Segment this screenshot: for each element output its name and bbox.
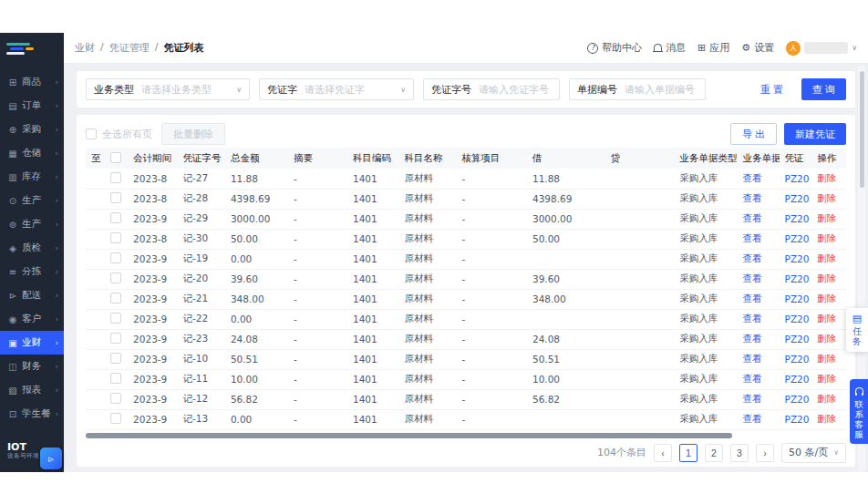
sidebar-item-10[interactable]: ◉客户› [0, 307, 64, 331]
messages-button[interactable]: 消息 [654, 41, 686, 55]
row-checkbox[interactable] [110, 313, 121, 324]
page-button-1[interactable]: 1 [679, 444, 698, 462]
page-button-2[interactable]: 2 [705, 444, 723, 462]
row-checkbox[interactable] [110, 353, 121, 364]
table-cell: 11.88 [225, 169, 288, 189]
delete-link[interactable]: 删除 [817, 232, 836, 243]
sidebar-item-6[interactable]: ⊚生产› [0, 212, 64, 236]
view-doc-link[interactable]: 查看 [742, 413, 761, 424]
batch-delete-button[interactable]: 批量删除 [161, 123, 225, 145]
page-button-3[interactable]: 3 [730, 444, 749, 462]
table-cell: PZ20 [780, 189, 812, 209]
view-doc-link[interactable]: 查看 [742, 212, 761, 223]
export-button[interactable]: 导 出 [730, 123, 777, 145]
view-doc-link[interactable]: 查看 [742, 172, 761, 183]
sidebar-item-13[interactable]: ▧报表› [0, 378, 64, 402]
delete-link[interactable]: 删除 [817, 273, 836, 283]
row-checkbox[interactable] [110, 393, 121, 404]
delete-link[interactable]: 删除 [817, 293, 836, 303]
sidebar-item-0[interactable]: ⊞商品› [0, 70, 64, 94]
delete-link[interactable]: 删除 [817, 313, 836, 324]
sidebar-item-12[interactable]: ◫财务› [0, 355, 64, 378]
sidebar-item-1[interactable]: ▤订单› [0, 94, 64, 118]
delete-link[interactable]: 删除 [817, 333, 836, 344]
vertical-scrollbar-thumb[interactable] [860, 71, 864, 188]
sidebar-item-14[interactable]: ⊡学生餐› [0, 402, 64, 426]
sidebar-item-11[interactable]: ▣业财› [0, 331, 64, 355]
view-doc-link[interactable]: 查看 [742, 252, 761, 263]
horizontal-scrollbar-thumb[interactable] [86, 433, 732, 438]
view-doc-link[interactable]: 查看 [742, 192, 761, 203]
help-center-button[interactable]: ? 帮助中心 [587, 41, 642, 55]
view-doc-link[interactable]: 查看 [742, 393, 761, 404]
delete-link[interactable]: 删除 [817, 373, 836, 384]
row-checkbox[interactable] [110, 273, 121, 283]
view-doc-link[interactable]: 查看 [742, 373, 761, 384]
voucher-link[interactable]: PZ20 [785, 414, 810, 425]
voucher-link[interactable]: PZ20 [785, 213, 810, 224]
view-doc-link[interactable]: 查看 [742, 273, 761, 283]
sidebar-item-9[interactable]: ⊳配送› [0, 283, 64, 307]
row-checkbox[interactable] [110, 252, 121, 263]
voucher-link[interactable]: PZ20 [785, 334, 810, 345]
sidebar-item-7[interactable]: ◈质检› [0, 236, 64, 260]
tasks-floating-button[interactable]: ▤ 任务 [846, 308, 868, 352]
table-cell: 1401 [347, 169, 399, 189]
delete-link[interactable]: 删除 [817, 353, 836, 364]
voucher-link[interactable]: PZ20 [785, 173, 810, 184]
row-checkbox[interactable] [110, 413, 121, 424]
view-doc-link[interactable]: 查看 [742, 333, 761, 344]
view-doc-link[interactable]: 查看 [742, 232, 761, 243]
voucher-link[interactable]: PZ20 [785, 233, 810, 244]
delete-link[interactable]: 删除 [817, 192, 836, 203]
user-menu[interactable]: 人 ∨ [786, 41, 857, 56]
query-button[interactable]: 查 询 [801, 78, 846, 100]
row-checkbox[interactable] [110, 293, 121, 303]
view-doc-link[interactable]: 查看 [742, 293, 761, 303]
delete-link[interactable]: 删除 [817, 252, 836, 263]
sidebar-item-5[interactable]: ⊙生产› [0, 189, 64, 212]
sidebar-item-4[interactable]: ▥库存› [0, 165, 64, 189]
select-all-checkbox[interactable] [110, 152, 121, 163]
row-checkbox[interactable] [110, 172, 121, 183]
contact-service-floating-button[interactable]: 联系客服 [850, 379, 868, 444]
delete-link[interactable]: 删除 [817, 212, 836, 223]
voucher-link[interactable]: PZ20 [785, 354, 810, 365]
sidebar-item-3[interactable]: ▦仓储› [0, 141, 64, 165]
row-checkbox[interactable] [110, 232, 121, 243]
delete-link[interactable]: 删除 [817, 393, 836, 404]
voucher-link[interactable]: PZ20 [785, 374, 810, 385]
new-voucher-button[interactable]: 新建凭证 [784, 123, 846, 145]
sidebar-item-2[interactable]: ⊕采购› [0, 118, 64, 141]
page-size-select[interactable]: 50 条/页 ∨ [781, 443, 846, 463]
view-doc-link[interactable]: 查看 [742, 353, 761, 364]
view-doc-link[interactable]: 查看 [742, 313, 761, 324]
business-type-select[interactable]: 业务类型 请选择业务类型 ∨ [86, 78, 250, 100]
select-all-pages-checkbox[interactable]: 全选所有页 [86, 128, 152, 141]
row-checkbox[interactable] [110, 333, 121, 344]
sidebar-item-8[interactable]: ≡分拣› [0, 260, 64, 283]
row-checkbox[interactable] [110, 373, 121, 384]
table-cell [605, 369, 674, 389]
prev-page-button[interactable]: ‹ [654, 444, 672, 462]
reset-button[interactable]: 重 置 [749, 78, 794, 100]
settings-button[interactable]: ⚙ 设置 [741, 41, 774, 55]
breadcrumb-parent[interactable]: 凭证管理 [109, 41, 150, 55]
voucher-link[interactable]: PZ20 [785, 293, 810, 304]
voucher-link[interactable]: PZ20 [785, 394, 810, 405]
iot-footer[interactable]: IOT 设备与环境 ▹ [0, 436, 64, 472]
breadcrumb-module[interactable]: 业财 [75, 41, 95, 55]
apps-button[interactable]: ⊞ 应用 [698, 41, 729, 55]
voucher-link[interactable]: PZ20 [785, 273, 810, 284]
voucher-word-select[interactable]: 凭证字 请选择凭证字 ∨ [259, 78, 414, 100]
doc-no-input[interactable]: 单据编号 请输入单据编号 [569, 78, 706, 100]
next-page-button[interactable]: › [756, 444, 774, 462]
voucher-no-input[interactable]: 凭证字号 请输入凭证字号 [423, 78, 560, 100]
voucher-link[interactable]: PZ20 [785, 193, 810, 204]
row-checkbox[interactable] [110, 192, 121, 203]
voucher-link[interactable]: PZ20 [785, 314, 810, 324]
row-checkbox[interactable] [110, 212, 121, 223]
delete-link[interactable]: 删除 [817, 413, 836, 424]
delete-link[interactable]: 删除 [817, 172, 836, 183]
voucher-link[interactable]: PZ20 [785, 253, 810, 264]
